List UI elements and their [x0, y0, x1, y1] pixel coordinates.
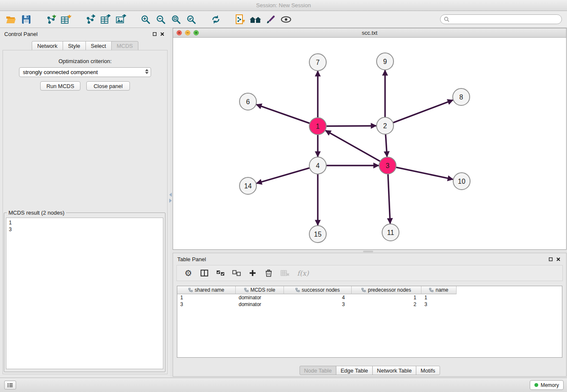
delete-table-icon	[281, 270, 289, 276]
cell-successor-nodes[interactable]: 4	[284, 294, 352, 301]
export-table-button[interactable]	[98, 13, 113, 26]
criterion-value: strongly connected component	[23, 69, 98, 75]
control-panel-float-button[interactable]	[151, 31, 157, 36]
export-image-icon	[116, 14, 127, 25]
zoom-selected-button[interactable]	[184, 13, 199, 26]
search-box[interactable]	[440, 14, 562, 24]
optimization-criterion-label: Optimization criterion:	[3, 58, 167, 64]
cell-mcds-role[interactable]: dominator	[236, 294, 284, 301]
network-edge-2-8[interactable]	[385, 100, 453, 126]
close-icon	[556, 257, 560, 261]
cell-predecessor-nodes[interactable]: 1	[352, 294, 421, 301]
show-hide-button[interactable]	[278, 13, 294, 26]
cell-predecessor-nodes[interactable]: 2	[352, 301, 421, 308]
float-icon	[153, 32, 157, 36]
network-edge-4-14[interactable]	[256, 166, 318, 183]
search-icon	[444, 17, 449, 22]
cell-name[interactable]: 3	[421, 301, 457, 308]
column-header-predecessor-nodes[interactable]: predecessor nodes	[352, 286, 421, 294]
new-network-from-selection-button[interactable]	[233, 13, 248, 26]
delete-rows-button[interactable]	[261, 267, 276, 279]
tab-edge-table[interactable]: Edge Table	[336, 366, 373, 375]
refresh-view-button[interactable]	[208, 13, 223, 26]
list-icon	[7, 383, 13, 388]
network-edge-1-6[interactable]	[256, 105, 318, 126]
column-label: name	[435, 287, 448, 293]
run-mcds-button[interactable]: Run MCDS	[40, 81, 80, 91]
zoom-fit-icon	[171, 14, 181, 25]
select-all-rows-button[interactable]	[213, 267, 228, 279]
zoom-in-button[interactable]	[138, 13, 153, 26]
network-graph-svg[interactable]: 7968124314101511	[173, 38, 566, 249]
table-row[interactable]: 3 dominator 3 2 3	[177, 301, 562, 308]
tab-network-table[interactable]: Network Table	[372, 366, 416, 375]
add-row-button[interactable]	[245, 267, 260, 279]
import-table-button[interactable]	[58, 13, 74, 26]
column-label: predecessor nodes	[368, 287, 411, 293]
minimize-window-icon[interactable]	[185, 30, 190, 36]
network-edge-3-10[interactable]	[388, 166, 453, 179]
maximize-window-icon[interactable]	[193, 30, 199, 36]
export-image-button[interactable]	[113, 13, 129, 26]
save-session-button[interactable]	[19, 13, 34, 26]
memory-button[interactable]: Memory	[530, 380, 564, 390]
search-input[interactable]	[451, 16, 558, 22]
network-node-label: 4	[316, 162, 320, 169]
app-title-bar: Session: New Session	[0, 0, 567, 11]
mcds-result-group: MCDS result (2 nodes) 1 3	[4, 210, 165, 372]
zoom-out-button[interactable]	[153, 13, 168, 26]
mcds-result-title: MCDS result (2 nodes)	[7, 210, 66, 216]
mcds-result-list[interactable]: 1 3	[6, 218, 163, 369]
network-window-title-bar[interactable]: scc.txt	[173, 28, 566, 38]
network-node-label: 3	[386, 162, 390, 169]
tab-style[interactable]: Style	[63, 41, 86, 50]
close-icon	[160, 32, 164, 36]
tab-node-table[interactable]: Node Table	[299, 366, 336, 375]
table-settings-button[interactable]: ⚙	[181, 267, 195, 279]
task-history-button[interactable]	[4, 381, 16, 389]
refresh-icon	[211, 14, 221, 25]
cell-name[interactable]: 1	[421, 294, 457, 301]
zoom-out-icon	[156, 14, 166, 25]
apply-function-button[interactable]: f(x)	[294, 267, 312, 279]
mcds-result-line: 1	[9, 219, 160, 226]
criterion-dropdown[interactable]: strongly connected component	[19, 67, 151, 77]
tab-motifs[interactable]: Motifs	[416, 366, 440, 375]
close-window-icon[interactable]	[176, 30, 182, 36]
tab-network[interactable]: Network	[32, 41, 63, 50]
horizontal-splitter[interactable]	[363, 251, 373, 252]
cell-shared-name[interactable]: 3	[177, 301, 236, 308]
tab-select[interactable]: Select	[85, 41, 112, 50]
column-edit-icon	[295, 288, 300, 292]
export-network-button[interactable]	[83, 13, 98, 26]
column-header-name[interactable]: name	[421, 286, 457, 294]
control-panel: Control Panel Network Style Select MCDS …	[0, 28, 170, 378]
apply-style-button[interactable]	[263, 13, 278, 26]
first-neighbors-button[interactable]	[248, 13, 263, 26]
vertical-splitter[interactable]	[169, 193, 172, 204]
deselect-all-rows-button[interactable]	[229, 267, 244, 279]
open-session-button[interactable]	[3, 13, 19, 26]
column-header-mcds-role[interactable]: MCDS role	[236, 286, 284, 294]
network-edge-3-1[interactable]	[325, 130, 388, 166]
trash-icon	[265, 269, 272, 277]
table-row[interactable]: 1 dominator 4 1 1	[177, 294, 562, 301]
delete-table-button[interactable]	[278, 267, 292, 279]
import-network-button[interactable]	[43, 13, 58, 26]
table-panel-float-button[interactable]	[548, 257, 553, 262]
cell-mcds-role[interactable]: dominator	[236, 301, 284, 308]
network-node-label: 10	[458, 178, 465, 185]
cell-successor-nodes[interactable]: 3	[284, 301, 352, 308]
export-network-icon	[85, 14, 96, 25]
control-panel-close-button[interactable]	[159, 31, 165, 36]
tab-mcds[interactable]: MCDS	[111, 41, 138, 50]
zoom-in-icon	[140, 14, 151, 25]
table-panel-close-button[interactable]	[555, 257, 561, 262]
zoom-fit-button[interactable]	[168, 13, 184, 26]
cell-shared-name[interactable]: 1	[177, 294, 236, 301]
column-header-shared-name[interactable]: shared name	[177, 286, 236, 294]
column-header-successor-nodes[interactable]: successor nodes	[284, 286, 352, 294]
show-columns-button[interactable]	[197, 267, 212, 279]
column-edit-icon	[361, 288, 366, 292]
close-panel-button[interactable]: Close panel	[86, 81, 130, 91]
